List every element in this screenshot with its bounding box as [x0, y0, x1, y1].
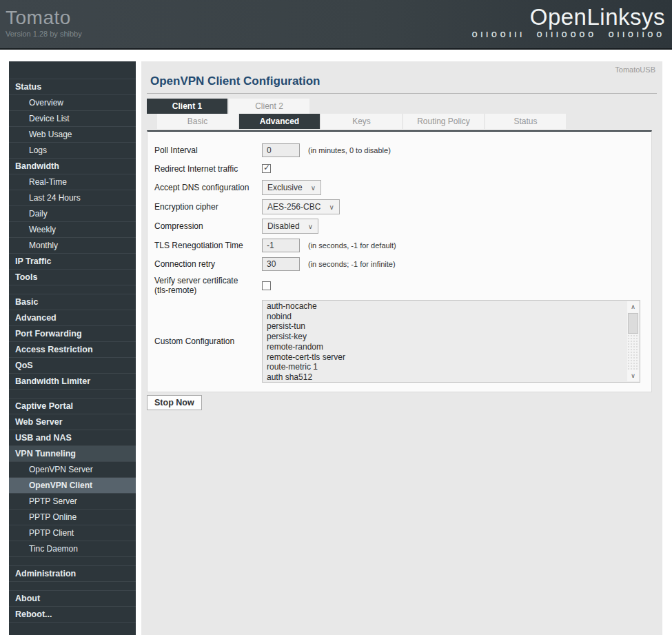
sidebar-item-captive-portal[interactable]: Captive Portal	[9, 399, 136, 414]
tab-routing-policy[interactable]: Routing Policy	[403, 114, 484, 129]
chevron-down-icon: ∨	[308, 223, 313, 230]
sidebar-item-monthly[interactable]: Monthly	[9, 238, 136, 254]
tab-keys[interactable]: Keys	[321, 114, 402, 129]
sidebar-item-web-usage[interactable]: Web Usage	[9, 127, 136, 143]
sidebar-item-tinc-daemon[interactable]: Tinc Daemon	[9, 541, 136, 557]
sidebar-item-status[interactable]: Status	[9, 79, 136, 95]
textarea-scrollbar[interactable]: ∧ ∨	[627, 301, 639, 381]
scroll-up-icon[interactable]: ∧	[627, 301, 639, 312]
accept-dns-label: Accept DNS configuration	[147, 183, 262, 192]
verify-certificate-label-line2: (tls-remote)	[154, 285, 196, 295]
form-row-redirect-traffic: Redirect Internet traffic ✓	[147, 159, 651, 178]
form-row-connection-retry: Connection retry 30 (in seconds; -1 for …	[147, 254, 651, 273]
brand-logo: Tomato	[6, 7, 82, 29]
sidebar-item-about[interactable]: About	[9, 591, 136, 607]
compression-value: Disabled	[267, 221, 300, 231]
sidebar-item-qos[interactable]: QoS	[9, 358, 136, 374]
sidebar-item-openvpn-client[interactable]: OpenVPN Client	[9, 478, 136, 494]
sidebar-item-bandwidth[interactable]: Bandwidth	[9, 159, 136, 174]
tab-status[interactable]: Status	[485, 114, 566, 129]
sidebar-item-device-list[interactable]: Device List	[9, 111, 136, 127]
scroll-down-icon[interactable]: ∨	[627, 370, 639, 381]
firmware-version: Version 1.28 by shibby	[6, 30, 82, 38]
form-row-compression: Compression Disabled ∨	[147, 216, 651, 236]
sidebar-item-logs[interactable]: Logs	[9, 143, 136, 159]
chevron-down-icon: ∨	[329, 203, 334, 211]
sidebar-item-overview[interactable]: Overview	[9, 95, 136, 111]
sidebar-item-pptp-online[interactable]: PPTP Online	[9, 510, 136, 525]
encryption-cipher-value: AES-256-CBC	[267, 202, 320, 212]
chevron-down-icon: ∨	[311, 184, 316, 192]
sidebar-item-bandwidth-limiter[interactable]: Bandwidth Limiter	[9, 374, 136, 390]
tab-client-1[interactable]: Client 1	[147, 99, 227, 114]
sidebar-item-port-forwarding[interactable]: Port Forwarding	[9, 326, 136, 342]
advanced-settings-form: Poll Interval 0 (in minutes, 0 to disabl…	[147, 130, 652, 392]
sidebar-item-access-restriction[interactable]: Access Restriction	[9, 342, 136, 358]
openlinksys-logo-text: OpenLinksys	[472, 4, 665, 30]
tomatousb-watermark: TomatoUSB	[615, 65, 655, 74]
sidebar-item-administration[interactable]: Administration	[9, 566, 136, 582]
form-row-verify-certificate: Verify server certificate (tls-remote)	[147, 273, 651, 298]
verify-certificate-label: Verify server certificate (tls-remote)	[147, 276, 262, 295]
sidebar-nav: Status Overview Device List Web Usage Lo…	[9, 61, 136, 635]
page-title: OpenVPN Client Configuration	[150, 74, 320, 88]
tls-renegotiation-label: TLS Renegotiation Time	[147, 241, 262, 250]
accept-dns-select[interactable]: Exclusive ∨	[262, 180, 321, 195]
form-row-tls-renegotiation: TLS Renegotiation Time -1 (in seconds, -…	[147, 236, 651, 254]
sidebar-item-advanced[interactable]: Advanced	[9, 310, 136, 326]
verify-certificate-checkbox[interactable]	[262, 281, 271, 290]
connection-retry-input[interactable]: 30	[262, 257, 300, 271]
main-panel: TomatoUSB OpenVPN Client Configuration C…	[141, 61, 662, 635]
sidebar-spacer	[9, 557, 136, 566]
sidebar-spacer	[9, 70, 136, 79]
sidebar-item-usb-and-nas[interactable]: USB and NAS	[9, 430, 136, 446]
sidebar-item-pptp-client[interactable]: PPTP Client	[9, 525, 136, 541]
sidebar-item-last-24-hours[interactable]: Last 24 Hours	[9, 190, 136, 206]
connection-retry-note: (in seconds; -1 for infinite)	[308, 260, 396, 268]
section-tabs: Basic Advanced Keys Routing Policy Statu…	[157, 114, 567, 129]
compression-select[interactable]: Disabled ∨	[262, 219, 318, 234]
sidebar-item-reboot[interactable]: Reboot...	[9, 607, 136, 623]
poll-interval-label: Poll Interval	[147, 145, 262, 155]
accept-dns-value: Exclusive	[267, 183, 303, 192]
form-row-encryption-cipher: Encryption cipher AES-256-CBC ∨	[147, 197, 651, 216]
stop-now-button[interactable]: Stop Now	[147, 395, 202, 410]
form-row-custom-configuration: Custom Configuration auth-nocache nobind…	[147, 298, 651, 385]
sidebar-item-weekly[interactable]: Weekly	[9, 222, 136, 238]
openlinksys-binary-text: OIIOOIII OIIIOOOO OIIOIIOO	[472, 31, 665, 39]
sidebar-item-pptp-server[interactable]: PPTP Server	[9, 494, 136, 510]
form-row-poll-interval: Poll Interval 0 (in minutes, 0 to disabl…	[147, 141, 651, 159]
tab-advanced[interactable]: Advanced	[239, 114, 320, 129]
tls-renegotiation-note: (in seconds, -1 for default)	[308, 241, 396, 250]
form-row-accept-dns: Accept DNS configuration Exclusive ∨	[147, 178, 651, 197]
app-header: Tomato Version 1.28 by shibby OpenLinksy…	[0, 0, 672, 50]
sidebar-item-web-server[interactable]: Web Server	[9, 414, 136, 430]
poll-interval-input[interactable]: 0	[262, 143, 300, 157]
sidebar-spacer	[9, 285, 136, 294]
client-tabs: Client 1 Client 2	[147, 99, 311, 114]
tls-renegotiation-input[interactable]: -1	[262, 239, 300, 252]
sidebar-spacer	[9, 582, 136, 591]
tab-client-2[interactable]: Client 2	[229, 99, 309, 114]
openlinksys-logo: OpenLinksys OIIOOIII OIIIOOOO OIIOIIOO	[472, 4, 665, 39]
tab-basic[interactable]: Basic	[157, 114, 238, 129]
encryption-cipher-label: Encryption cipher	[147, 202, 262, 212]
custom-configuration-textarea[interactable]: auth-nocache nobind persist-tun persist-…	[262, 300, 640, 383]
verify-certificate-label-line1: Verify server certificate	[154, 276, 238, 285]
sidebar-item-ip-traffic[interactable]: IP Traffic	[9, 254, 136, 270]
custom-configuration-text: auth-nocache nobind persist-tun persist-…	[263, 301, 640, 383]
title-divider	[147, 93, 657, 94]
sidebar-spacer	[9, 390, 136, 399]
redirect-traffic-checkbox[interactable]: ✓	[262, 164, 271, 173]
check-icon: ✓	[263, 163, 270, 172]
connection-retry-label: Connection retry	[147, 259, 262, 269]
sidebar-item-basic[interactable]: Basic	[9, 294, 136, 310]
compression-label: Compression	[147, 221, 262, 231]
sidebar-item-openvpn-server[interactable]: OpenVPN Server	[9, 462, 136, 478]
sidebar-item-tools[interactable]: Tools	[9, 270, 136, 285]
scrollbar-thumb[interactable]	[628, 313, 638, 334]
sidebar-item-real-time[interactable]: Real-Time	[9, 174, 136, 190]
encryption-cipher-select[interactable]: AES-256-CBC ∨	[262, 199, 340, 214]
sidebar-item-daily[interactable]: Daily	[9, 206, 136, 222]
sidebar-item-vpn-tunneling[interactable]: VPN Tunneling	[9, 446, 136, 462]
